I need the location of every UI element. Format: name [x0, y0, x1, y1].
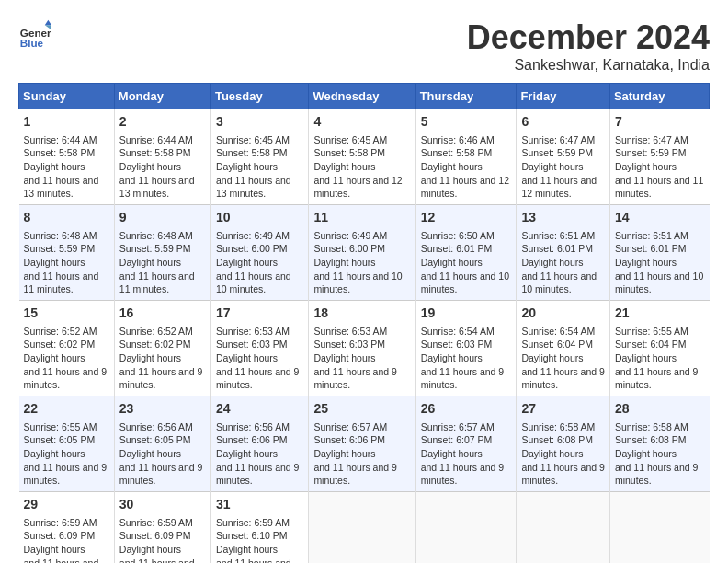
sunset-label: Sunset: 6:03 PM [421, 339, 493, 350]
sunrise-label: Sunrise: 6:47 AM [521, 134, 595, 145]
daylight-duration: and 11 hours and 10 minutes. [313, 270, 402, 295]
daylight-duration: and 11 hours and 9 minutes. [521, 462, 605, 487]
daylight-duration: and 11 hours and 9 minutes. [615, 462, 699, 487]
sunrise-label: Sunrise: 6:57 AM [421, 421, 495, 432]
daylight-duration: and 11 hours and 9 minutes. [216, 366, 300, 391]
calendar-cell: 11 Sunrise: 6:49 AM Sunset: 6:00 PM Dayl… [309, 205, 415, 301]
daylight-duration: and 11 hours and 10 minutes. [119, 557, 195, 563]
calendar-cell: 5 Sunrise: 6:46 AM Sunset: 5:58 PM Dayli… [415, 109, 517, 205]
daylight-label: Daylight hours [521, 352, 583, 363]
sunrise-label: Sunrise: 6:52 AM [24, 326, 97, 337]
sunset-label: Sunset: 6:05 PM [119, 434, 191, 445]
day-number: 8 [24, 209, 109, 227]
day-number: 20 [521, 304, 605, 323]
calendar-cell: 12 Sunrise: 6:50 AM Sunset: 6:01 PM Dayl… [415, 205, 517, 301]
sunrise-label: Sunrise: 6:57 AM [313, 421, 387, 432]
daylight-label: Daylight hours [216, 257, 278, 268]
daylight-duration: and 11 hours and 11 minutes. [615, 175, 703, 200]
daylight-duration: and 11 hours and 9 minutes. [313, 366, 397, 391]
sunset-label: Sunset: 6:06 PM [216, 434, 288, 445]
sunrise-label: Sunrise: 6:59 AM [119, 517, 193, 528]
day-number: 1 [24, 113, 109, 132]
daylight-label: Daylight hours [421, 161, 483, 172]
calendar-body: 1 Sunrise: 6:44 AM Sunset: 5:58 PM Dayli… [19, 109, 710, 564]
daylight-duration: and 11 hours and 12 minutes. [313, 175, 402, 200]
daylight-duration: and 11 hours and 9 minutes. [24, 462, 108, 487]
day-number: 22 [24, 400, 109, 419]
daylight-duration: and 11 hours and 9 minutes. [521, 366, 605, 391]
calendar-cell: 29 Sunrise: 6:59 AM Sunset: 6:09 PM Dayl… [19, 492, 115, 563]
daylight-duration: and 11 hours and 10 minutes. [216, 270, 291, 295]
sunset-label: Sunset: 5:58 PM [421, 147, 493, 158]
month-title: December 2024 [467, 18, 710, 57]
sunrise-label: Sunrise: 6:44 AM [24, 134, 97, 145]
sunrise-label: Sunrise: 6:54 AM [521, 326, 595, 337]
daylight-duration: and 11 hours and 10 minutes. [24, 557, 99, 563]
calendar-cell: 13 Sunrise: 6:51 AM Sunset: 6:01 PM Dayl… [517, 205, 610, 301]
daylight-label: Daylight hours [421, 448, 483, 459]
sunrise-label: Sunrise: 6:59 AM [216, 517, 290, 528]
calendar-table: SundayMondayTuesdayWednesdayThursdayFrid… [18, 83, 710, 563]
sunset-label: Sunset: 6:01 PM [521, 243, 593, 254]
sunrise-label: Sunrise: 6:48 AM [24, 230, 97, 241]
sunset-label: Sunset: 5:59 PM [24, 243, 96, 254]
calendar-cell: 3 Sunrise: 6:45 AM Sunset: 5:58 PM Dayli… [210, 109, 308, 205]
sunset-label: Sunset: 6:00 PM [313, 243, 385, 254]
daylight-duration: and 11 hours and 9 minutes. [216, 462, 300, 487]
calendar-cell: 26 Sunrise: 6:57 AM Sunset: 6:07 PM Dayl… [415, 396, 517, 492]
daylight-duration: and 11 hours and 9 minutes. [24, 366, 108, 391]
day-number: 17 [216, 304, 303, 323]
day-number: 11 [313, 209, 410, 227]
calendar-week-4: 22 Sunrise: 6:55 AM Sunset: 6:05 PM Dayl… [19, 396, 710, 492]
daylight-label: Daylight hours [216, 352, 278, 363]
calendar-cell: 7 Sunrise: 6:47 AM Sunset: 5:59 PM Dayli… [609, 109, 709, 205]
daylight-label: Daylight hours [24, 161, 85, 172]
daylight-duration: and 11 hours and 13 minutes. [119, 175, 195, 200]
column-header-friday: Friday [517, 84, 610, 109]
daylight-duration: and 11 hours and 9 minutes. [119, 462, 203, 487]
daylight-label: Daylight hours [615, 448, 677, 459]
sunrise-label: Sunrise: 6:56 AM [119, 421, 193, 432]
daylight-duration: and 11 hours and 9 minutes. [421, 462, 505, 487]
daylight-label: Daylight hours [313, 352, 375, 363]
daylight-label: Daylight hours [313, 448, 375, 459]
svg-marker-2 [45, 20, 51, 25]
daylight-label: Daylight hours [119, 544, 181, 555]
svg-text:Blue: Blue [20, 37, 44, 49]
day-number: 15 [24, 304, 109, 323]
daylight-label: Daylight hours [421, 257, 483, 268]
calendar-cell: 30 Sunrise: 6:59 AM Sunset: 6:09 PM Dayl… [114, 492, 210, 563]
sunset-label: Sunset: 6:02 PM [119, 339, 191, 350]
sunset-label: Sunset: 6:06 PM [313, 434, 385, 445]
daylight-duration: and 11 hours and 12 minutes. [421, 175, 509, 200]
sunset-label: Sunset: 6:03 PM [313, 339, 385, 350]
sunset-label: Sunset: 6:00 PM [216, 243, 288, 254]
day-number: 13 [521, 209, 605, 227]
column-header-tuesday: Tuesday [210, 84, 308, 109]
daylight-duration: and 11 hours and 10 minutes. [421, 270, 509, 295]
day-number: 14 [615, 209, 705, 227]
calendar-cell [309, 492, 415, 563]
calendar-cell: 31 Sunrise: 6:59 AM Sunset: 6:10 PM Dayl… [210, 492, 308, 563]
day-number: 12 [421, 209, 512, 227]
calendar-cell: 1 Sunrise: 6:44 AM Sunset: 5:58 PM Dayli… [19, 109, 115, 205]
day-number: 3 [216, 113, 303, 132]
sunrise-label: Sunrise: 6:47 AM [615, 134, 688, 145]
column-header-saturday: Saturday [609, 84, 709, 109]
daylight-label: Daylight hours [119, 448, 181, 459]
day-number: 29 [24, 496, 109, 514]
daylight-label: Daylight hours [24, 352, 85, 363]
calendar-cell: 20 Sunrise: 6:54 AM Sunset: 6:04 PM Dayl… [517, 301, 610, 396]
daylight-label: Daylight hours [615, 161, 677, 172]
calendar-cell: 8 Sunrise: 6:48 AM Sunset: 5:59 PM Dayli… [19, 205, 115, 301]
daylight-label: Daylight hours [313, 161, 375, 172]
day-number: 31 [216, 496, 303, 514]
daylight-label: Daylight hours [119, 352, 181, 363]
calendar-cell: 9 Sunrise: 6:48 AM Sunset: 5:59 PM Dayli… [114, 205, 210, 301]
sunset-label: Sunset: 5:58 PM [313, 147, 385, 158]
sunset-label: Sunset: 6:08 PM [521, 434, 593, 445]
day-number: 18 [313, 304, 410, 323]
sunset-label: Sunset: 6:01 PM [421, 243, 493, 254]
sunrise-label: Sunrise: 6:55 AM [24, 421, 97, 432]
day-number: 2 [119, 113, 206, 132]
